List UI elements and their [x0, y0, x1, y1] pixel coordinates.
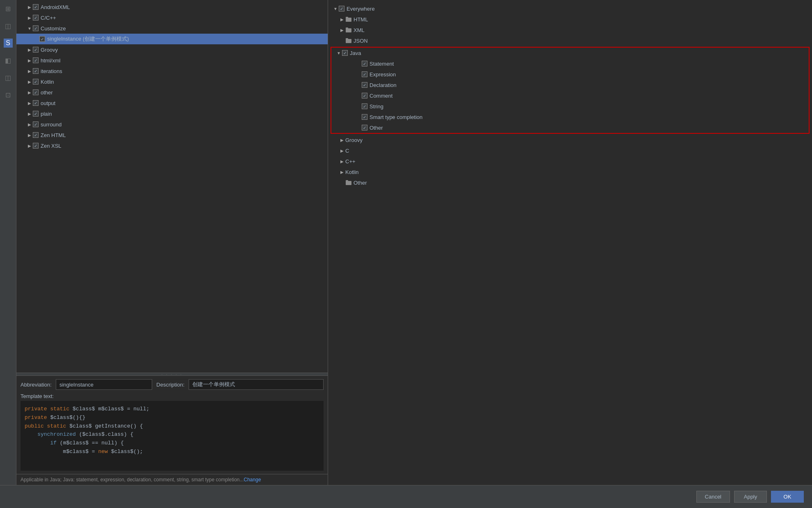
checkbox-string[interactable] [362, 103, 367, 109]
change-link[interactable]: Change [244, 477, 261, 483]
sidebar-icon-1[interactable]: ⊞ [4, 4, 13, 13]
code-line-1: private static $class$ m$class$ = null; [25, 405, 319, 414]
bottom-area: Abbreviation: Description: Template text… [16, 376, 328, 474]
label-kotlin: Kotlin [41, 79, 54, 85]
svg-rect-3 [346, 27, 348, 29]
checkbox-cpp[interactable] [33, 15, 39, 21]
checkbox-other[interactable] [33, 89, 39, 95]
apply-button[interactable]: Apply [734, 491, 767, 503]
arrow-androidxml: ▶ [26, 4, 33, 10]
checkbox-androidxml[interactable] [33, 4, 39, 10]
svg-rect-7 [346, 180, 348, 182]
sidebar-icon-active[interactable]: S [4, 39, 13, 48]
right-tree-groovy[interactable]: ▶ Groovy [328, 135, 812, 145]
right-tree-everywhere[interactable]: ▼ Everywhere [328, 3, 812, 14]
checkbox-customize[interactable] [33, 25, 39, 31]
label-singleinstance: singleInstance (创建一个单例模式) [47, 35, 129, 43]
label-groovy2: Groovy [345, 137, 363, 143]
sidebar-icon-4[interactable]: ◫ [4, 73, 13, 82]
tree-item-output[interactable]: ▶ output [16, 98, 328, 108]
arrow-customize: ▼ [26, 25, 33, 32]
tree-item-surround[interactable]: ▶ surround [16, 119, 328, 130]
checkbox-kotlin[interactable] [33, 79, 39, 85]
right-tree-statement[interactable]: ▶ Statement [331, 58, 809, 69]
checkbox-surround[interactable] [33, 121, 39, 127]
field-row-abbreviation: Abbreviation: Description: [21, 379, 324, 390]
code-editor[interactable]: private static $class$ m$class$ = null; … [21, 401, 324, 471]
checkbox-comment[interactable] [362, 93, 367, 98]
checkbox-smarttype[interactable] [362, 114, 367, 120]
right-tree-html[interactable]: ▶ HTML [328, 14, 812, 25]
applicable-text: Applicable in Java; Java: statement, exp… [21, 477, 244, 483]
checkbox-htmlxml[interactable] [33, 57, 39, 63]
tree-item-plain[interactable]: ▶ plain [16, 108, 328, 119]
sidebar-icon-3[interactable]: ◧ [4, 56, 13, 65]
label-plain: plain [41, 111, 52, 117]
right-tree-declaration[interactable]: ▶ Declaration [331, 80, 809, 90]
checkbox-singleinstance[interactable] [39, 36, 45, 42]
checkbox-declaration[interactable] [362, 82, 367, 88]
label-output: output [41, 100, 55, 106]
applicable-bar: Applicable in Java; Java: statement, exp… [16, 474, 328, 485]
tree-item-cpp[interactable]: ▶ C/C++ [16, 12, 328, 23]
arrow-zenhtml: ▶ [26, 132, 33, 138]
label-zenxsl: Zen XSL [41, 143, 62, 149]
checkbox-output[interactable] [33, 100, 39, 106]
right-tree-expression[interactable]: ▶ Expression [331, 69, 809, 80]
arrow-groovy: ▶ [26, 46, 33, 53]
tree-item-htmlxml[interactable]: ▶ html/xml [16, 55, 328, 66]
sidebar-icon-2[interactable]: ◫ [4, 21, 13, 30]
arrow-htmlxml: ▶ [26, 57, 33, 64]
right-tree-xml[interactable]: ▶ XML [328, 25, 812, 35]
arrow-everywhere: ▼ [332, 5, 339, 12]
tree-item-zenxsl[interactable]: ▶ Zen XSL [16, 140, 328, 151]
checkbox-iterations[interactable] [33, 68, 39, 74]
right-tree-otherright[interactable]: ▶ Other [328, 177, 812, 188]
tree-item-singleinstance[interactable]: ▶ singleInstance (创建一个单例模式) [16, 34, 328, 44]
checkbox-expression[interactable] [362, 71, 367, 77]
label-kotlinright: Kotlin [345, 169, 359, 175]
tree-item-customize[interactable]: ▼ Customize [16, 23, 328, 34]
label-json: JSON [354, 38, 368, 44]
tree-item-iterations[interactable]: ▶ iterations [16, 66, 328, 76]
checkbox-zenxsl[interactable] [33, 143, 39, 149]
code-line-3: public static $class$ getInstance() { [25, 422, 319, 431]
right-tree-string[interactable]: ▶ String [331, 101, 809, 112]
right-tree-kotlinright[interactable]: ▶ Kotlin [328, 167, 812, 177]
code-line-2: private $class$(){} [25, 414, 319, 422]
tree-item-androidxml[interactable]: ▶ AndroidXML [16, 2, 328, 12]
arrow-output: ▶ [26, 100, 33, 106]
right-tree-comment[interactable]: ▶ Comment [331, 90, 809, 101]
checkbox-zenhtml[interactable] [33, 132, 39, 138]
checkbox-java[interactable] [342, 50, 348, 56]
checkbox-groovy[interactable] [33, 47, 39, 53]
cancel-button[interactable]: Cancel [696, 491, 730, 503]
ok-button[interactable]: OK [771, 491, 804, 503]
checkbox-statement[interactable] [362, 61, 367, 66]
label-surround: surround [41, 121, 62, 128]
sidebar-icon-5[interactable]: ⊡ [4, 90, 13, 99]
code-line-4: synchronized ($class$.class) { [25, 430, 319, 439]
right-tree-c[interactable]: ▶ C [328, 145, 812, 156]
description-input[interactable] [189, 379, 324, 390]
folder-icon-xml [345, 27, 352, 33]
label-java-other: Other [370, 125, 383, 131]
checkbox-plain[interactable] [33, 111, 39, 117]
label-otherright: Other [354, 180, 367, 186]
checkbox-everywhere[interactable] [339, 6, 344, 11]
right-tree-json[interactable]: ▶ JSON [328, 35, 812, 46]
right-tree-cppright[interactable]: ▶ C++ [328, 156, 812, 167]
checkbox-java-other[interactable] [362, 125, 367, 130]
arrow-zenxsl: ▶ [26, 142, 33, 149]
right-tree-java[interactable]: ▼ Java [331, 48, 809, 58]
right-tree-java-other[interactable]: ▶ Other [331, 122, 809, 133]
arrow-cppright: ▶ [339, 158, 345, 165]
abbreviation-input[interactable] [56, 379, 152, 390]
tree-item-groovy[interactable]: ▶ Groovy [16, 44, 328, 55]
right-tree-smarttype[interactable]: ▶ Smart type completion [331, 112, 809, 122]
tree-item-kotlin[interactable]: ▶ Kotlin [16, 76, 328, 87]
tree-item-other[interactable]: ▶ other [16, 87, 328, 98]
panel-divider[interactable]: · · · · · [16, 373, 328, 376]
label-cpp: C/C++ [41, 15, 56, 21]
tree-item-zenhtml[interactable]: ▶ Zen HTML [16, 130, 328, 140]
